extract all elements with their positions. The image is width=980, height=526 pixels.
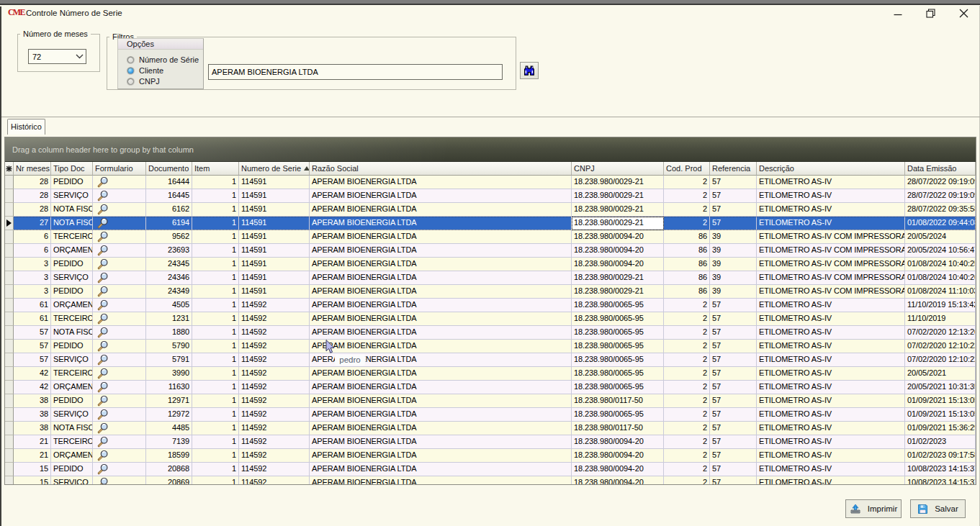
row-indicator-cell[interactable] [5,285,14,299]
grid-cell-cnpj[interactable]: 18.238.980/0065-95 [572,367,664,381]
grid-cell-referencia[interactable]: 57 [710,326,757,340]
grid-cell-cod_prod[interactable]: 2 [664,408,710,422]
radio-cliente[interactable]: Cliente [127,65,163,76]
grid-cell-cod_prod[interactable]: 2 [664,435,710,449]
grid-cell-item[interactable]: 1 [192,299,239,312]
table-row[interactable]: 3PEDIDO243491114591APERAM BIOENERGIA LTD… [5,285,976,299]
grid-cell-cnpj[interactable]: 18.238.980/0065-95 [572,299,664,312]
grid-cell-tipo_doc[interactable]: ORÇAMENTO [51,244,93,258]
grid-cell-documento[interactable]: 6162 [146,203,192,217]
grid-cell-documento[interactable]: 4485 [146,422,192,435]
grid-cell-descricao[interactable]: ETILOMETRO AS-IV COM IMPRESSORA TÉRMICA [757,285,905,299]
grid-cell-tipo_doc[interactable]: NOTA FISCAL [51,203,93,217]
grid-cell-documento[interactable]: 1231 [146,312,192,326]
grid-cell-item[interactable]: 1 [192,176,239,189]
grid-cell-cnpj[interactable]: 18.238.980/0065-95 [572,326,664,340]
grid-cell-numero_serie[interactable]: 114592 [239,408,310,422]
grid-cell-referencia[interactable]: 39 [710,285,757,299]
grid-cell-data_emissao[interactable]: 01/08/2024 10:40:25 [905,258,976,271]
grid-cell-documento[interactable]: 20869 [146,476,192,485]
table-row[interactable]: 28PEDIDO164441114591APERAM BIOENERGIA LT… [5,176,976,189]
grid-cell-tipo_doc[interactable]: PEDIDO [51,340,93,353]
grid-cell-razao_social[interactable]: APERAM BIOENERGIA LTDA [310,326,572,340]
grid-cell-tipo_doc[interactable]: SERVIÇO [51,271,93,285]
magnifier-icon[interactable] [97,354,109,366]
grid-cell-data_emissao[interactable]: 01/08/2024 10:40:26 [905,271,976,285]
grid-cell-numero_serie[interactable]: 114592 [239,312,310,326]
grid-cell-tipo_doc[interactable]: PEDIDO [51,394,93,408]
grid-cell-descricao[interactable]: ETILOMETRO AS-IV [757,189,905,203]
grid-cell-cnpj[interactable]: 18.238.980/0065-95 [572,340,664,353]
grid-cell-documento[interactable]: 16445 [146,189,192,203]
row-indicator-cell[interactable] [5,340,14,353]
grid-cell-item[interactable]: 1 [192,435,239,449]
table-row[interactable]: 61ORÇAMENTO45051114592APERAM BIOENERGIA … [5,299,976,312]
grid-cell-numero_serie[interactable]: 114591 [239,217,310,230]
grid-cell-nr_meses[interactable]: 15 [14,463,51,476]
grid-cell-razao_social[interactable]: APERAM BIOENERGIA LTDA [310,203,572,217]
row-indicator-cell[interactable] [5,312,14,326]
grid-cell-cod_prod[interactable]: 86 [664,271,710,285]
table-row[interactable]: 15PEDIDO208681114592APERAM BIOENERGIA LT… [5,463,976,476]
grid-cell-tipo_doc[interactable]: TERCEIROS [51,230,93,244]
grid-cell-tipo_doc[interactable]: SERVIÇO [51,189,93,203]
grid-cell-cod_prod[interactable]: 2 [664,353,710,367]
grid-cell-cnpj[interactable]: 18.238.980/0029-21 [572,271,664,285]
grid-cell-descricao[interactable]: ETILOMETRO AS-IV [757,435,905,449]
grid-cell-cod_prod[interactable]: 2 [664,299,710,312]
grid-cell-item[interactable]: 1 [192,285,239,299]
grid-cell-descricao[interactable]: ETILOMETRO AS-IV [757,422,905,435]
column-header-documento[interactable]: Documento [146,162,192,176]
column-header-cnpj[interactable]: CNPJ [572,162,664,176]
grid-cell-cnpj[interactable]: 18.238.980/0117-50 [572,422,664,435]
grid-cell-referencia[interactable]: 39 [710,230,757,244]
row-indicator-cell[interactable] [5,381,14,394]
open-form-cell[interactable] [93,203,146,217]
grid-cell-data_emissao[interactable]: 01/02/2023 09:17:58 [905,449,976,463]
open-form-cell[interactable] [93,271,146,285]
row-indicator-cell[interactable] [5,203,14,217]
open-form-cell[interactable] [93,435,146,449]
grid-cell-cnpj[interactable]: 18.238.980/0094-20 [572,230,664,244]
row-indicator-cell[interactable] [5,244,14,258]
open-form-cell[interactable] [93,285,146,299]
grid-cell-item[interactable]: 1 [192,230,239,244]
grid-cell-descricao[interactable]: ETILOMETRO AS-IV [757,408,905,422]
grid-cell-razao_social[interactable]: APERAM BIOENERGIA LTDA [310,408,572,422]
open-form-cell[interactable] [93,312,146,326]
grid-cell-item[interactable]: 1 [192,340,239,353]
column-header-razao_social[interactable]: Razão Social [310,162,572,176]
grid-cell-numero_serie[interactable]: 114592 [239,340,310,353]
grid-cell-cod_prod[interactable]: 2 [664,217,710,230]
grid-cell-numero_serie[interactable]: 114592 [239,367,310,381]
grid-cell-data_emissao[interactable]: 20/05/2024 10:56:47 [905,244,976,258]
column-header-formulario[interactable]: Formulario [93,162,146,176]
grid-cell-razao_social[interactable]: APERAM BIOENERGIA LTDA [310,285,572,299]
table-row[interactable]: 42TERCEIROS39901114592APERAM BIOENERGIA … [5,367,976,381]
grid-cell-data_emissao[interactable]: 07/02/2020 12:13:26 [905,326,976,340]
magnifier-icon[interactable] [97,176,109,188]
grid-cell-numero_serie[interactable]: 114592 [239,299,310,312]
grid-cell-data_emissao[interactable]: 28/07/2022 09:19:09 [905,176,976,189]
table-row[interactable]: 6ORÇAMENTO236931114591APERAM BIOENERGIA … [5,244,976,258]
grid-cell-documento[interactable]: 12972 [146,408,192,422]
grid-cell-descricao[interactable]: ETILOMETRO AS-IV COM IMPRESSORA TÉRMICA [757,244,905,258]
search-button[interactable] [520,62,539,79]
grid-cell-nr_meses[interactable]: 3 [14,271,51,285]
grid-cell-documento[interactable]: 18599 [146,449,192,463]
tab-historico[interactable]: Histórico [7,119,45,135]
grid-cell-descricao[interactable]: ETILOMETRO AS-IV [757,463,905,476]
table-row[interactable]: 21TERCEIROS71391114592APERAM BIOENERGIA … [5,435,976,449]
grid-cell-item[interactable]: 1 [192,394,239,408]
grid-cell-numero_serie[interactable]: 114592 [239,435,310,449]
open-form-cell[interactable] [93,189,146,203]
grid-cell-descricao[interactable]: ETILOMETRO AS-IV [757,217,905,230]
grid-cell-nr_meses[interactable]: 6 [14,230,51,244]
open-form-cell[interactable] [93,408,146,422]
combobox-chevron-down-icon[interactable] [73,54,86,59]
magnifier-icon[interactable] [97,204,109,215]
grid-cell-numero_serie[interactable]: 114592 [239,449,310,463]
grid-cell-item[interactable]: 1 [192,312,239,326]
table-row[interactable]: 15SERVIÇO208691114592APERAM BIOENERGIA L… [5,476,976,485]
grid-cell-descricao[interactable]: ETILOMETRO AS-IV [757,381,905,394]
